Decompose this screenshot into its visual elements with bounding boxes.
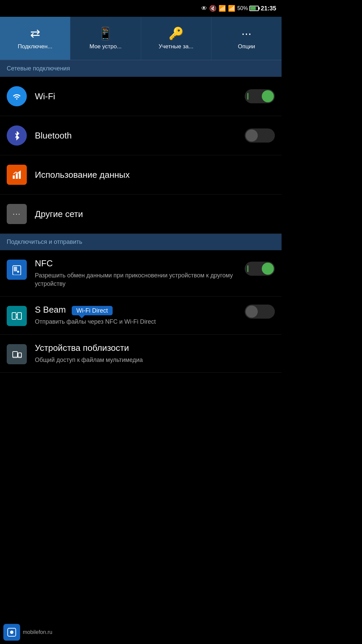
- wifi-item[interactable]: Wi-Fi: [0, 77, 282, 116]
- svg-point-14: [10, 631, 13, 634]
- connect-share-section-header: Подключиться и отправить: [0, 234, 282, 250]
- tab-accounts[interactable]: 🔑 Учетные за...: [141, 17, 212, 60]
- tab-my-device[interactable]: 📱 Мое устро...: [70, 17, 141, 60]
- nearby-icon: [7, 344, 27, 364]
- nfc-desc: Разрешить обмен данными при прикосновени…: [35, 271, 245, 288]
- sbeam-toggle[interactable]: [245, 305, 275, 319]
- data-usage-item[interactable]: Использование данных: [0, 155, 282, 195]
- bluetooth-toggle[interactable]: [245, 128, 275, 143]
- tab-device-icon: 📱: [98, 26, 113, 41]
- clock: 21:35: [261, 5, 276, 12]
- bluetooth-icon: [7, 125, 27, 146]
- tab-connections-icon: ⇄: [30, 26, 40, 41]
- bluetooth-item[interactable]: Bluetooth: [0, 116, 282, 155]
- svg-rect-8: [12, 313, 16, 319]
- battery-icon: [249, 6, 259, 11]
- mute-icon: 🔇: [209, 5, 217, 12]
- network-section-header: Сетевые подключения: [0, 60, 282, 77]
- nfc-item[interactable]: NFC Разрешить обмен данными при прикосно…: [0, 250, 282, 297]
- watermark-icon: [3, 624, 20, 641]
- nfc-icon: [7, 260, 27, 280]
- data-usage-label: Использование данных: [35, 170, 275, 180]
- sbeam-content: S Beam Wi-Fi Direct Отправить файлы чере…: [35, 305, 245, 326]
- watermark-text: mobilefon.ru: [23, 629, 52, 635]
- connect-share-header-text: Подключиться и отправить: [7, 238, 82, 245]
- battery-percentage: 50%: [237, 5, 248, 11]
- status-icons: 👁 🔇 📶 📶 50% 21:35: [201, 5, 276, 12]
- tab-accounts-label: Учетные за...: [159, 43, 193, 50]
- nfc-content: NFC Разрешить обмен данными при прикосно…: [35, 258, 245, 288]
- nearby-content: Устройства поблизости Общий доступ к фай…: [35, 343, 275, 364]
- svg-rect-3: [16, 173, 18, 179]
- bluetooth-label: Bluetooth: [35, 130, 245, 141]
- network-header-text: Сетевые подключения: [7, 65, 70, 72]
- nearby-desc: Общий доступ к файлам мультимедиа: [35, 356, 275, 364]
- svg-rect-2: [13, 175, 15, 179]
- nearby-title: Устройства поблизости: [35, 343, 275, 353]
- sbeam-item[interactable]: S Beam Wi-Fi Direct Отправить файлы чере…: [0, 297, 282, 334]
- nearby-item[interactable]: Устройства поблизости Общий доступ к фай…: [0, 335, 282, 373]
- sbeam-icon: [7, 306, 27, 326]
- tab-device-label: Мое устро...: [89, 43, 122, 50]
- svg-rect-9: [17, 313, 21, 319]
- other-networks-label: Другие сети: [35, 209, 275, 219]
- wifi-toggle[interactable]: [245, 89, 275, 103]
- tab-connections-label: Подключен...: [18, 43, 52, 50]
- tab-options-icon: ···: [241, 26, 251, 41]
- sbeam-title: S Beam Wi-Fi Direct: [35, 305, 245, 315]
- battery-indicator: 50%: [237, 5, 259, 11]
- sbeam-desc: Отправить файлы через NFC и Wi-Fi Direct: [35, 318, 245, 326]
- tab-connections[interactable]: ⇄ Подключен...: [0, 17, 70, 60]
- wifi-label: Wi-Fi: [35, 91, 245, 102]
- tab-bar: ⇄ Подключен... 📱 Мое устро... 🔑 Учетные …: [0, 17, 282, 60]
- status-bar: 👁 🔇 📶 📶 50% 21:35: [0, 0, 282, 17]
- wifi-icon: [7, 86, 27, 106]
- svg-line-0: [15, 133, 17, 135]
- tab-accounts-icon: 🔑: [169, 26, 184, 41]
- wifi-status-icon: 📶: [219, 5, 226, 12]
- wifi-direct-tooltip: Wi-Fi Direct: [72, 306, 113, 315]
- watermark: mobilefon.ru: [3, 624, 52, 641]
- nfc-toggle[interactable]: [245, 262, 275, 276]
- svg-point-7: [17, 271, 19, 273]
- svg-rect-11: [18, 353, 21, 358]
- data-usage-icon: [7, 165, 27, 185]
- eye-icon: 👁: [201, 5, 207, 12]
- svg-rect-6: [14, 267, 17, 271]
- tab-options-label: Опции: [238, 43, 255, 50]
- signal-icon: 📶: [228, 5, 235, 12]
- other-networks-icon: ···: [7, 204, 27, 224]
- nfc-title: NFC: [35, 258, 245, 269]
- tab-options[interactable]: ··· Опции: [212, 17, 282, 60]
- other-networks-item[interactable]: ··· Другие сети: [0, 195, 282, 234]
